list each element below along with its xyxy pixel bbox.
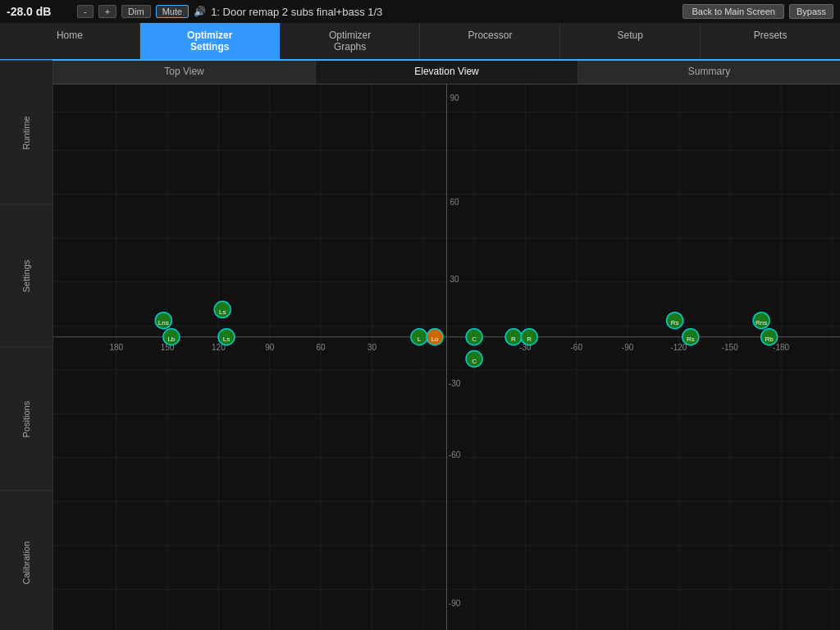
main-layout: Runtime Settings Positions Calibration T… xyxy=(0,61,840,630)
svg-text:60: 60 xyxy=(450,198,460,207)
sidebar-item-runtime[interactable]: Runtime xyxy=(0,61,52,204)
dim-button[interactable]: Dim xyxy=(121,5,151,18)
minus-button[interactable]: - xyxy=(77,5,94,18)
speaker-rns-label: Rns xyxy=(756,319,767,326)
sub-tabs: Top View Elevation View Summary xyxy=(53,61,840,84)
session-title: 1: Door remap 2 subs final+bass 1/3 xyxy=(211,6,678,18)
svg-text:-150: -150 xyxy=(722,343,738,352)
volume-icon: 🔊 xyxy=(194,6,206,17)
tab-processor[interactable]: Processor xyxy=(420,23,560,59)
back-to-main-button[interactable]: Back to Main Screen xyxy=(682,4,784,19)
chart-area: 90 60 30 -30 -60 -90 180 150 120 90 60 3… xyxy=(53,84,840,630)
sidebar-item-calibration[interactable]: Calibration xyxy=(0,491,52,631)
speaker-lns-label: Lns xyxy=(158,319,169,326)
sidebar-item-settings[interactable]: Settings xyxy=(0,204,52,348)
sidebar: Runtime Settings Positions Calibration xyxy=(0,61,53,630)
tab-home[interactable]: Home xyxy=(0,23,140,59)
speaker-r2-label: R xyxy=(527,336,532,343)
speaker-c-top-label: C xyxy=(472,336,477,343)
svg-text:-180: -180 xyxy=(773,343,789,352)
tab-setup[interactable]: Setup xyxy=(560,23,701,59)
bypass-button[interactable]: Bypass xyxy=(789,4,833,19)
svg-text:-90: -90 xyxy=(449,599,461,608)
speaker-l-label: L xyxy=(418,336,422,343)
mute-button[interactable]: Mute xyxy=(156,5,189,18)
tab-optimizer-graphs[interactable]: OptimizerGraphs xyxy=(281,23,421,59)
nav-tabs: Home OptimizerSettings OptimizerGraphs P… xyxy=(0,23,840,61)
elevation-chart: 90 60 30 -30 -60 -90 180 150 120 90 60 3… xyxy=(53,84,840,630)
subtab-elevation-view[interactable]: Elevation View xyxy=(316,61,578,84)
plus-button[interactable]: + xyxy=(98,5,116,18)
svg-text:90: 90 xyxy=(450,94,460,103)
svg-text:30: 30 xyxy=(450,275,460,284)
top-bar: -28.0 dB - + Dim Mute 🔊 1: Door remap 2 … xyxy=(0,0,840,23)
svg-text:-60: -60 xyxy=(571,343,583,352)
tab-optimizer-settings[interactable]: OptimizerSettings xyxy=(140,23,281,59)
svg-text:-60: -60 xyxy=(449,450,461,459)
subtab-summary[interactable]: Summary xyxy=(578,61,840,84)
db-display: -28.0 dB xyxy=(7,5,72,18)
speaker-r1-label: R xyxy=(511,336,516,343)
main-content: Top View Elevation View Summary xyxy=(53,61,840,630)
speaker-rb-label: Rb xyxy=(765,336,774,343)
speaker-lb-label: Lb xyxy=(167,336,175,343)
speaker-rs-upper-label: Rs xyxy=(671,319,679,326)
speaker-lo-label: Lo xyxy=(431,336,439,343)
subtab-top-view[interactable]: Top View xyxy=(53,61,316,84)
svg-text:180: 180 xyxy=(109,343,123,352)
speaker-rs-line-label: Rs xyxy=(687,336,695,343)
svg-text:-120: -120 xyxy=(670,343,687,352)
tab-presets[interactable]: Presets xyxy=(701,23,840,59)
speaker-ls-label: Ls xyxy=(223,336,230,343)
svg-text:-90: -90 xyxy=(622,343,634,352)
svg-text:90: 90 xyxy=(265,343,275,352)
svg-text:30: 30 xyxy=(368,343,377,352)
svg-text:-30: -30 xyxy=(449,379,461,388)
sidebar-item-positions[interactable]: Positions xyxy=(0,347,52,491)
speaker-c-bot-label: C xyxy=(472,358,477,365)
svg-text:60: 60 xyxy=(316,343,326,352)
speaker-ls-upper-label: Ls xyxy=(219,308,226,316)
